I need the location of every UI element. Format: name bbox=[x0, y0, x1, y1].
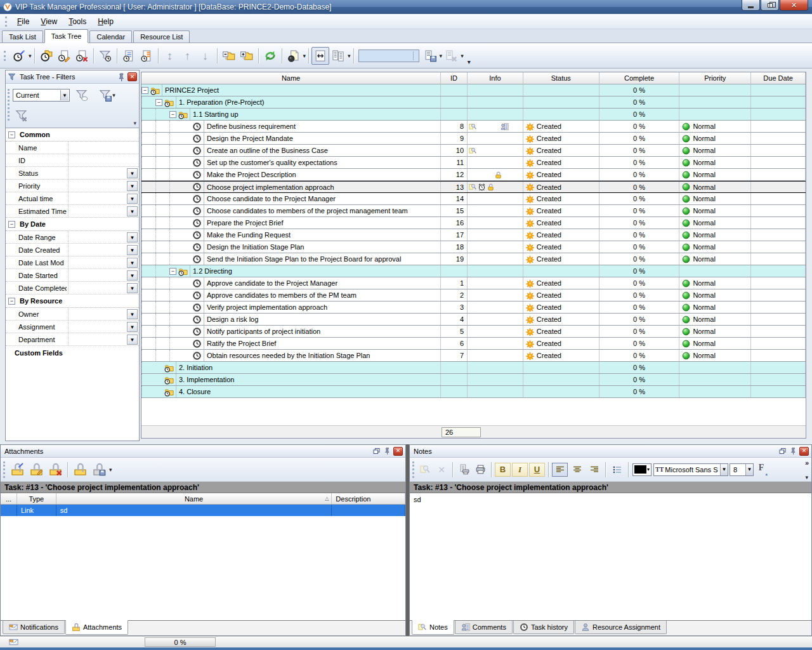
group-row[interactable]: −1.1 Starting up0 % bbox=[141, 109, 806, 121]
font-dialog-button[interactable]: F bbox=[754, 463, 768, 477]
tree-expander[interactable]: − bbox=[169, 111, 176, 118]
filter-field-value[interactable] bbox=[68, 282, 126, 294]
task-row[interactable]: Send the Initiation Stage Plan to the Pr… bbox=[141, 253, 806, 265]
group-row[interactable]: −1.2 Directing0 % bbox=[141, 265, 806, 277]
task-row[interactable]: Notify participants of project initiatio… bbox=[141, 326, 806, 338]
task-add-button[interactable] bbox=[10, 47, 28, 65]
menu-help[interactable]: Help bbox=[92, 15, 119, 28]
font-color-picker[interactable]: ▼ bbox=[632, 463, 652, 476]
task-row[interactable]: Set up the customer's quality expectatio… bbox=[141, 157, 806, 169]
chevron-down-icon[interactable]: ▼ bbox=[127, 194, 138, 204]
close-button[interactable]: ✕ bbox=[780, 0, 808, 11]
pin-icon[interactable] bbox=[383, 447, 392, 456]
clip-save-button[interactable] bbox=[89, 460, 108, 479]
font-size-combo[interactable]: 8▼ bbox=[730, 463, 754, 476]
layout-save-button[interactable] bbox=[421, 47, 439, 65]
edit-note-button[interactable] bbox=[417, 462, 433, 477]
clip-add-button[interactable] bbox=[8, 460, 27, 479]
notes-editor[interactable]: sd bbox=[410, 493, 811, 620]
chevron-down-icon[interactable]: ▼ bbox=[720, 464, 728, 475]
print-preview-button[interactable] bbox=[455, 462, 472, 477]
clip-open-button[interactable] bbox=[70, 460, 89, 479]
tab-resource-assignment[interactable]: Resource Assignment bbox=[575, 621, 667, 634]
toolbar-overflow[interactable]: » bbox=[805, 459, 809, 467]
column-header-due-date[interactable]: Due Date bbox=[751, 72, 806, 84]
tree-collapse-button[interactable] bbox=[220, 47, 238, 65]
pin-icon[interactable] bbox=[117, 72, 126, 81]
task-filter-button[interactable] bbox=[96, 47, 114, 65]
refresh-button[interactable] bbox=[261, 47, 279, 65]
filter-field-value[interactable] bbox=[68, 308, 126, 320]
underline-button[interactable]: U bbox=[529, 463, 545, 477]
chevron-down-icon[interactable]: ▼ bbox=[127, 206, 138, 216]
tab-resource-list[interactable]: Resource List bbox=[133, 30, 190, 43]
tab-task-list[interactable]: Task List bbox=[2, 30, 43, 43]
toolbar-overflow[interactable]: ▾ bbox=[468, 58, 471, 65]
chevron-down-icon[interactable]: ▼ bbox=[127, 270, 138, 281]
tree-expander[interactable]: − bbox=[155, 99, 162, 106]
column-header-complete[interactable]: Complete bbox=[599, 72, 680, 84]
attachments-column-description[interactable]: Description bbox=[332, 493, 405, 504]
restore-panel-icon[interactable] bbox=[778, 447, 787, 456]
tree-expander[interactable]: − bbox=[141, 87, 148, 94]
fit-columns-button[interactable] bbox=[311, 47, 329, 65]
column-header-name[interactable]: Name bbox=[141, 72, 441, 84]
attachments-column-type[interactable]: Type bbox=[17, 493, 56, 504]
task-row[interactable]: Approve candidates to members of the PM … bbox=[141, 289, 806, 302]
chevron-down-icon[interactable]: ▼ bbox=[127, 322, 138, 332]
tab-comments[interactable]: Comments bbox=[455, 621, 513, 634]
menu-tools[interactable]: Tools bbox=[63, 15, 92, 28]
task-row[interactable]: Verify project implementation approach3C… bbox=[141, 302, 806, 314]
filter-panel-close-button[interactable] bbox=[128, 72, 137, 81]
align-right-button[interactable] bbox=[586, 463, 602, 477]
save-filter-button[interactable]: ▾ bbox=[98, 86, 116, 104]
task-row[interactable]: Choose candidates to members of the proj… bbox=[141, 205, 806, 217]
attachment-row[interactable]: Linksd bbox=[1, 505, 405, 516]
group-row[interactable]: 4. Closure0 % bbox=[141, 386, 806, 398]
attachments-column-name[interactable]: Name△ bbox=[56, 493, 332, 504]
chevron-down-icon[interactable]: ▼ bbox=[745, 464, 753, 475]
group-row[interactable]: −PRINCE2 Project0 % bbox=[141, 84, 806, 96]
attachments-column-[interactable]: ... bbox=[1, 493, 17, 504]
collapse-icon[interactable]: − bbox=[8, 221, 15, 228]
chevron-down-icon[interactable]: ▼ bbox=[127, 258, 138, 268]
chevron-down-icon[interactable]: ▾ bbox=[461, 53, 464, 59]
chevron-down-icon[interactable]: ▼ bbox=[127, 232, 138, 242]
apply-filter-button[interactable] bbox=[73, 86, 91, 104]
chevron-down-icon[interactable]: ▼ bbox=[60, 90, 69, 100]
bold-button[interactable]: B bbox=[495, 463, 511, 477]
filter-field-value[interactable] bbox=[68, 244, 126, 256]
tab-task-history[interactable]: Task history bbox=[513, 621, 574, 634]
column-header-id[interactable]: ID bbox=[441, 72, 468, 84]
task-row[interactable]: Make the Funding Request17Created0 %Norm… bbox=[141, 229, 806, 241]
chevron-down-icon[interactable]: ▾ bbox=[29, 53, 32, 59]
filter-preset-combo[interactable]: Current ▼ bbox=[13, 89, 70, 102]
task-row[interactable]: Design a risk log4Created0 %Normal bbox=[141, 314, 806, 326]
chevron-down-icon[interactable]: ▼ bbox=[127, 335, 138, 345]
task-details-button[interactable] bbox=[120, 47, 138, 65]
chevron-down-icon[interactable]: ▼ bbox=[127, 245, 138, 255]
column-header-status[interactable]: Status bbox=[523, 72, 599, 84]
notes-close-button[interactable] bbox=[799, 447, 809, 456]
task-delete-button[interactable] bbox=[73, 47, 91, 65]
filter-field-value[interactable] bbox=[68, 205, 126, 217]
chevron-down-icon[interactable]: ▼ bbox=[127, 168, 138, 178]
filter-field-value[interactable] bbox=[68, 231, 126, 243]
tree-expand-button[interactable] bbox=[238, 47, 256, 65]
layout-combo[interactable] bbox=[358, 50, 419, 62]
move-down-button[interactable]: ↓ bbox=[197, 47, 214, 65]
layout-delete-button[interactable] bbox=[442, 47, 460, 65]
filter-field-value[interactable] bbox=[68, 154, 139, 166]
toolbar-overflow[interactable]: ▾ bbox=[133, 120, 136, 126]
move-updown-button[interactable]: ↕ bbox=[161, 47, 179, 65]
collapse-icon[interactable]: − bbox=[8, 298, 15, 305]
restore-button[interactable] bbox=[761, 0, 779, 11]
group-row[interactable]: 3. Implementation0 % bbox=[141, 374, 806, 386]
menu-file[interactable]: File bbox=[11, 15, 35, 28]
tab-task-tree[interactable]: Task Tree bbox=[44, 29, 89, 43]
task-row[interactable]: Obtain resources needed by the Initiatio… bbox=[141, 350, 806, 362]
task-add-group-button[interactable] bbox=[37, 47, 55, 65]
minimize-button[interactable] bbox=[742, 0, 760, 11]
italic-button[interactable]: I bbox=[512, 463, 528, 477]
chevron-down-icon[interactable]: ▾ bbox=[109, 467, 112, 473]
